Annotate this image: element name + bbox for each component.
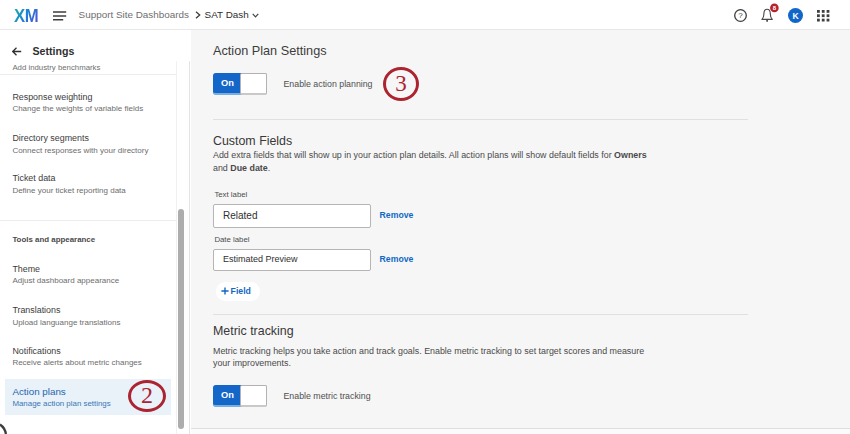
svg-text:K: K	[792, 11, 799, 21]
svg-text:?: ?	[738, 11, 743, 20]
